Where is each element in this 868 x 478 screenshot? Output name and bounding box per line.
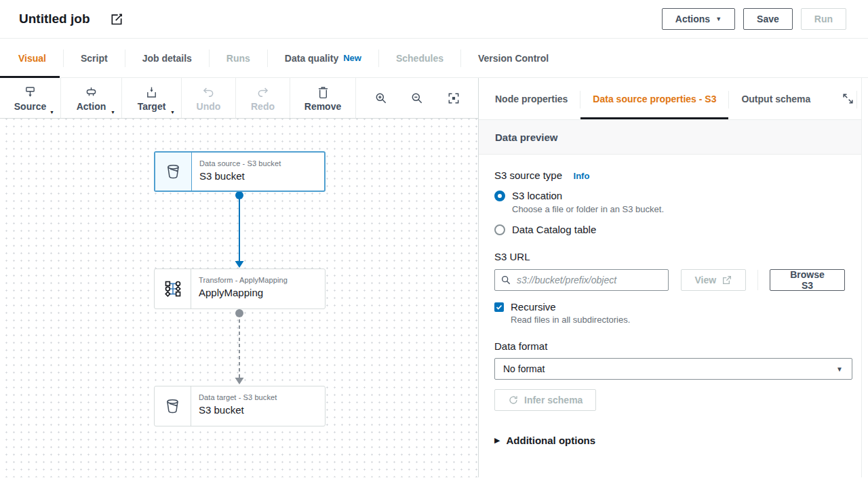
caret-down-icon: ▼ [170,110,175,115]
main-area: Source ▼ Action ▼ Target ▼ [0,78,868,477]
page-title: Untitled job [19,12,90,26]
job-tabbar: Visual Script Job details Runs Data qual… [0,39,868,78]
canvas-toolbar: Source ▼ Action ▼ Target ▼ [0,78,478,119]
trash-icon [316,85,330,100]
transform-node[interactable]: Transform - ApplyMapping ApplyMapping [154,268,326,309]
redo-icon [256,85,270,100]
action-icon [84,85,98,100]
button-divider [757,270,758,290]
tab-data-preview[interactable]: Data preview [479,119,861,155]
browse-s3-button[interactable]: Browse S3 [770,269,845,291]
radio-description: Choose a file or folder in an S3 bucket. [512,204,845,214]
job-canvas[interactable]: Data source - S3 bucket S3 bucket [0,119,478,477]
tab-runs: Runs [210,39,267,77]
source-icon [23,85,37,100]
expand-panel-button[interactable] [839,90,856,108]
source-menu-button[interactable]: Source ▼ [0,78,61,118]
data-format-label: Data format [494,340,845,352]
radio-data-catalog-table[interactable]: Data Catalog table [494,224,845,236]
action-menu-button[interactable]: Action ▼ [61,78,122,118]
source-properties-form: S3 source type Info S3 location Choose a… [479,155,861,477]
infer-schema-button: Infer schema [494,389,596,411]
tab-schedules: Schedules [379,39,460,77]
s3-bucket-icon [155,386,191,426]
radio-selected-icon [494,191,505,201]
checkbox-description: Read files in all subdirectories. [511,315,845,325]
page-header: Untitled job Actions ▼ Save Run [0,0,868,39]
view-button: View [681,269,746,291]
external-link-icon [722,275,732,285]
checkbox-checked-icon [494,302,504,312]
recursive-checkbox-row[interactable]: Recursive [494,301,845,313]
triangle-right-icon: ▶ [494,436,500,445]
source-type-label: S3 source type [494,170,562,181]
search-icon [500,275,511,285]
additional-options-toggle[interactable]: ▶ Additional options [494,435,845,446]
undo-icon [201,85,216,100]
source-node[interactable]: Data source - S3 bucket S3 bucket [154,151,326,192]
target-node[interactable]: Data target - S3 bucket S3 bucket [154,386,326,426]
caret-down-icon: ▼ [715,16,722,22]
radio-s3-location[interactable]: S3 location [494,190,845,202]
tab-job-details[interactable]: Job details [125,39,209,77]
node-name-label: S3 bucket [199,404,277,416]
header-actions: Actions ▼ Save Run [662,8,846,30]
properties-panel: Node properties Data source properties -… [479,78,868,477]
refresh-icon [508,395,519,405]
tab-data-quality[interactable]: Data quality New [268,39,378,77]
fit-to-screen-icon [447,92,460,105]
panel-right-gutter [861,78,867,477]
node-type-label: Transform - ApplyMapping [199,276,288,284]
node-type-label: Data source - S3 bucket [199,159,281,167]
node-name-label: ApplyMapping [199,287,288,298]
visual-editor: Source ▼ Action ▼ Target ▼ [0,78,479,477]
run-button: Run [801,8,846,30]
target-menu-button[interactable]: Target ▼ [122,78,182,118]
info-link[interactable]: Info [574,171,590,181]
save-button[interactable]: Save [743,8,793,30]
zoom-out-icon [410,92,424,105]
edit-title-icon[interactable] [110,12,123,26]
s3-url-label: S3 URL [494,251,845,262]
tab-version-control[interactable]: Version Control [461,39,566,77]
panel-tabbar: Node properties Data source properties -… [479,78,861,119]
tab-data-source-properties[interactable]: Data source properties - S3 [580,78,728,119]
s3-url-input[interactable] [494,269,669,291]
node-type-label: Data target - S3 bucket [199,393,277,401]
tab-node-properties[interactable]: Node properties [483,78,580,119]
zoom-in-icon [374,92,388,105]
tab-visual[interactable]: Visual [1,39,63,77]
expand-icon [842,92,854,105]
caret-down-icon: ▼ [50,110,54,115]
s3-url-input-wrapper [494,269,669,291]
remove-button[interactable]: Remove [290,78,356,118]
zoom-controls [356,78,478,118]
tab-script[interactable]: Script [64,39,125,77]
data-format-select[interactable]: No format ▼ [494,358,852,380]
caret-down-icon: ▼ [111,110,115,115]
node-name-label: S3 bucket [199,170,281,182]
redo-button: Redo [236,78,290,118]
target-icon [144,85,159,100]
s3-bucket-icon [155,153,192,191]
fit-to-screen-button[interactable] [442,87,465,110]
tab-output-schema[interactable]: Output schema [729,78,823,119]
apply-mapping-icon [155,269,191,308]
zoom-in-button[interactable] [370,87,393,110]
caret-down-icon: ▼ [836,365,843,373]
zoom-out-button[interactable] [406,87,429,110]
radio-unselected-icon [494,224,505,235]
tab-divider [856,91,857,108]
actions-button[interactable]: Actions ▼ [662,8,735,30]
undo-button: Undo [182,78,236,118]
new-badge: New [343,53,361,63]
